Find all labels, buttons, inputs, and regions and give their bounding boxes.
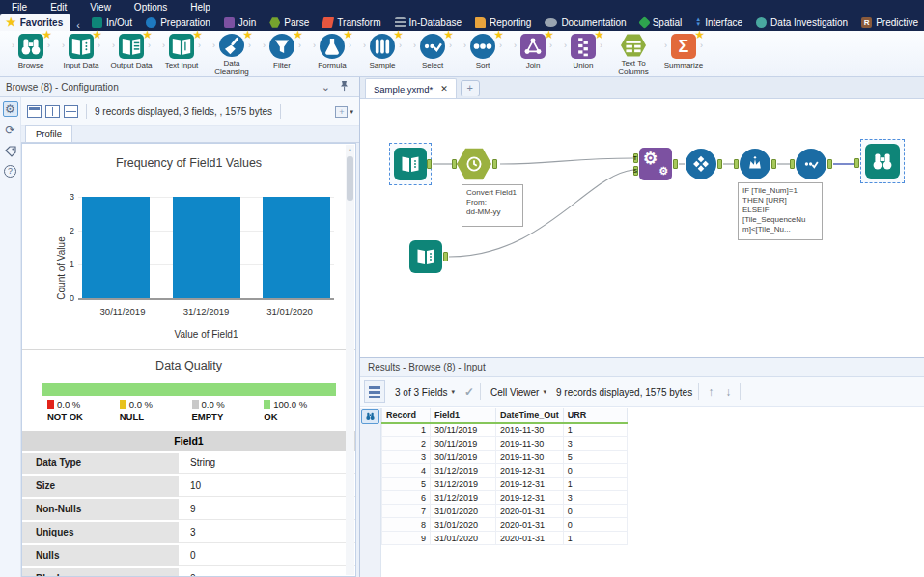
- favorite-star-icon[interactable]: ★: [92, 29, 102, 41]
- table-row[interactable]: 531/12/20192019-12-311: [382, 478, 628, 491]
- input-anchor[interactable]: [854, 158, 859, 168]
- pin-panel-icon[interactable]: [335, 81, 353, 94]
- layout-horizontal-split-icon[interactable]: [64, 105, 78, 118]
- palette-tool-input-data[interactable]: ★ Input Data: [56, 33, 106, 76]
- tab-parse[interactable]: Parse: [264, 14, 317, 31]
- collapse-panel-icon[interactable]: ⌄: [317, 81, 335, 94]
- node-input-data-1[interactable]: [394, 148, 427, 180]
- favorite-star-icon[interactable]: ★: [644, 29, 655, 41]
- menu-file[interactable]: File: [0, 0, 39, 14]
- results-view-button[interactable]: [364, 380, 385, 403]
- favorite-star-icon[interactable]: ★: [343, 29, 353, 41]
- profile-scrollbar[interactable]: ▲: [346, 145, 354, 575]
- tab-predictive[interactable]: R Predictive: [855, 14, 924, 31]
- table-row[interactable]: 731/01/20202020-01-310: [382, 505, 628, 518]
- favorite-star-icon[interactable]: ★: [393, 29, 404, 41]
- palette-tool-data-cleansing[interactable]: ★ Data Cleansing: [207, 33, 257, 76]
- favorite-star-icon[interactable]: ★: [493, 29, 504, 41]
- column-header-field1[interactable]: Field1: [431, 408, 496, 423]
- palette-tool-select[interactable]: ★ Select: [407, 33, 458, 76]
- output-anchor[interactable]: [827, 159, 832, 169]
- table-row[interactable]: 130/11/20192019-11-301: [382, 423, 628, 437]
- chart-bar[interactable]: [82, 197, 150, 298]
- favorite-star-icon[interactable]: ★: [293, 29, 303, 41]
- layout-single-pane-icon[interactable]: [27, 105, 42, 118]
- chart-bar[interactable]: [173, 197, 240, 298]
- input-anchor[interactable]: [452, 159, 457, 169]
- menu-view[interactable]: View: [78, 0, 123, 14]
- favorite-star-icon[interactable]: ★: [694, 29, 705, 41]
- tab-data-investigation[interactable]: Data Investigation: [750, 14, 855, 31]
- refresh-icon[interactable]: ⟳: [3, 123, 18, 138]
- tag-icon[interactable]: [3, 144, 18, 159]
- browse-output-icon[interactable]: [361, 409, 379, 424]
- table-row[interactable]: 330/11/20192019-11-305: [382, 451, 628, 464]
- favorite-star-icon[interactable]: ★: [42, 29, 52, 41]
- column-header-datetime-out[interactable]: DateTime_Out: [496, 408, 564, 423]
- configuration-gear-icon[interactable]: ⚙: [3, 101, 18, 117]
- annotation-formula[interactable]: IF [Tile_Num]=1 THEN [URR] ELSEIF [Tile_…: [738, 182, 823, 240]
- input-anchor-s[interactable]: S: [633, 166, 638, 176]
- input-anchor-t[interactable]: T: [633, 153, 638, 163]
- tab-reporting[interactable]: Reporting: [469, 14, 539, 31]
- chart-bar[interactable]: [263, 197, 330, 298]
- workflow-canvas[interactable]: Convert Field1 From: dd-MM-yy T S ⚙ ⚙ IF…: [360, 98, 924, 357]
- palette-tool-text-input[interactable]: ★ Text Input: [156, 33, 207, 76]
- table-row[interactable]: 831/01/20202020-01-310: [382, 518, 628, 532]
- table-row[interactable]: 631/12/20192019-12-313: [382, 491, 628, 505]
- node-input-data-2[interactable]: [409, 240, 442, 273]
- output-anchor[interactable]: [492, 159, 497, 169]
- table-row[interactable]: 931/01/20202020-01-311: [382, 532, 628, 545]
- favorite-star-icon[interactable]: ★: [242, 29, 253, 41]
- node-tile[interactable]: [686, 149, 716, 179]
- table-row[interactable]: 230/11/20192019-11-303: [382, 437, 628, 451]
- node-select[interactable]: [796, 149, 826, 179]
- node-browse[interactable]: [865, 144, 900, 179]
- palette-tool-text-to-columns[interactable]: ★ Text To Columns: [608, 33, 658, 76]
- palette-tool-union[interactable]: ★ Union: [558, 33, 608, 76]
- menu-help[interactable]: Help: [179, 0, 222, 14]
- tab-spatial[interactable]: Spatial: [634, 14, 690, 31]
- fields-dropdown[interactable]: 3 of 3 Fields ▾: [391, 387, 459, 398]
- palette-tool-filter[interactable]: ★ Filter: [257, 33, 307, 76]
- help-icon[interactable]: ?: [4, 165, 16, 178]
- output-anchor[interactable]: [427, 159, 432, 169]
- input-anchor[interactable]: [734, 159, 739, 169]
- favorite-star-icon[interactable]: ★: [443, 29, 454, 41]
- down-arrow-icon[interactable]: ↓: [722, 385, 734, 398]
- column-header-record[interactable]: Record: [382, 408, 431, 423]
- up-arrow-icon[interactable]: ↑: [705, 385, 716, 398]
- palette-tool-sort[interactable]: ★ Sort: [458, 33, 508, 76]
- display-options-dropdown[interactable]: ▾: [335, 106, 353, 118]
- palette-tool-sample[interactable]: ★ Sample: [357, 33, 407, 76]
- layout-vertical-split-icon[interactable]: [45, 105, 60, 118]
- node-append-fields[interactable]: ⚙ ⚙: [639, 148, 672, 180]
- output-anchor[interactable]: [443, 252, 448, 261]
- palette-tool-summarize[interactable]: Σ ★ Summarize: [658, 33, 709, 76]
- favorite-star-icon[interactable]: ★: [142, 29, 153, 41]
- favorite-star-icon[interactable]: ★: [544, 29, 554, 41]
- tab-favorites[interactable]: ★ Favorites: [0, 14, 70, 31]
- tab-join[interactable]: Join: [218, 14, 264, 31]
- favorite-star-icon[interactable]: ★: [192, 29, 203, 41]
- cell-viewer-dropdown[interactable]: Cell Viewer ▾: [487, 387, 550, 398]
- annotation-datetime[interactable]: Convert Field1 From: dd-MM-yy: [462, 184, 523, 227]
- new-workflow-button[interactable]: +: [461, 80, 480, 96]
- palette-tool-output-data[interactable]: ★ Output Data: [106, 33, 156, 76]
- input-anchor[interactable]: [790, 159, 795, 169]
- table-row[interactable]: 431/12/20192019-12-310: [382, 464, 628, 478]
- ribbon-scroll-left-icon[interactable]: ‹: [70, 19, 86, 31]
- output-anchor[interactable]: [717, 159, 722, 169]
- node-formula[interactable]: [740, 149, 770, 179]
- workflow-tab-sample[interactable]: Sample.yxmd* ✕: [365, 78, 457, 98]
- menu-edit[interactable]: Edit: [39, 0, 78, 14]
- menu-options[interactable]: Options: [123, 0, 179, 14]
- palette-tool-join[interactable]: ★ Join: [508, 33, 558, 76]
- favorite-star-icon[interactable]: ★: [594, 29, 604, 41]
- apply-check-icon[interactable]: ✓: [464, 385, 474, 398]
- output-anchor[interactable]: [771, 159, 776, 169]
- tab-profile[interactable]: Profile: [25, 125, 72, 142]
- palette-tool-browse[interactable]: ★ Browse: [6, 33, 56, 76]
- palette-tool-formula[interactable]: ★ Formula: [307, 33, 357, 76]
- output-anchor[interactable]: [673, 159, 678, 169]
